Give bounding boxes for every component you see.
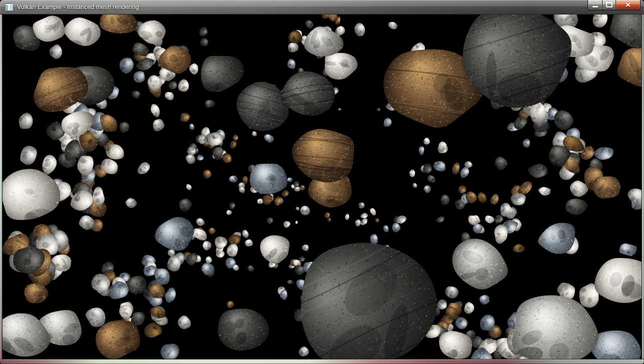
- window-titlebar[interactable]: Vulkan Example - Instanced mesh renderin…: [0, 0, 644, 14]
- window-border-right[interactable]: [642, 14, 644, 359]
- minimize-icon: [592, 6, 598, 8]
- app-window: Vulkan Example - Instanced mesh renderin…: [0, 0, 644, 364]
- application-icon[interactable]: [5, 4, 14, 11]
- window-controls: ✕: [588, 0, 640, 10]
- render-viewport[interactable]: [2, 14, 642, 359]
- maximize-icon: [606, 2, 612, 8]
- minimize-button[interactable]: [588, 0, 602, 10]
- window-body: [0, 14, 644, 359]
- window-title: Vulkan Example - Instanced mesh renderin…: [17, 4, 139, 10]
- maximize-button[interactable]: [602, 0, 616, 10]
- close-icon: ✕: [625, 2, 632, 8]
- close-button[interactable]: ✕: [616, 0, 640, 10]
- window-border-bottom[interactable]: [0, 359, 644, 364]
